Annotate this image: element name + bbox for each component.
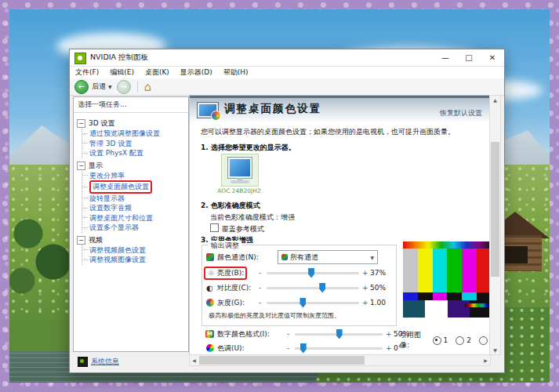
tree-item-label: 调整桌面颜色设置 <box>93 182 149 192</box>
horizontal-scroll-thumb[interactable] <box>199 356 365 365</box>
sidebar-item-multiple-displays[interactable]: 设置多个显示器 <box>82 223 187 233</box>
test-pattern-cell <box>418 292 433 300</box>
color-channel-icon <box>206 253 214 261</box>
system-info-link[interactable]: 系统信息 <box>91 357 119 367</box>
test-pattern-strips <box>403 292 491 300</box>
sidebar-item-video-color[interactable]: 调整视频颜色设置 <box>82 245 187 256</box>
menu-edit[interactable]: 编辑(E) <box>104 67 140 78</box>
test-pattern-cell <box>403 292 418 300</box>
reference-radio-1[interactable] <box>433 336 441 345</box>
content-pane: 调整桌面颜色设置 恢复默认设置 您可以调整显示器的桌面颜色设置；如果您使用的是电… <box>189 95 491 355</box>
brightness-slider[interactable] <box>267 272 359 274</box>
gamma-icon <box>206 299 214 307</box>
scroll-right-icon[interactable]: ▶ <box>481 355 490 365</box>
sidebar-item-physx[interactable]: 设置 PhysX 配置 <box>82 148 187 158</box>
tree-item-label: 调整桌面尺寸和位置 <box>89 213 153 223</box>
forward-arrow-icon: → <box>120 81 126 93</box>
vibrance-label: 数字颜色格式(I): <box>217 329 270 339</box>
color-channel-label: 颜色通道(N): <box>217 252 259 263</box>
nvidia-logo-icon <box>74 53 86 64</box>
override-row[interactable]: 覆盖参考模式 <box>210 223 264 234</box>
forward-button[interactable]: → <box>117 80 131 94</box>
reference-test-pattern <box>403 241 491 318</box>
restore-defaults-link[interactable]: 恢复默认设置 <box>440 108 482 118</box>
maximize-button[interactable]: □ <box>457 49 481 66</box>
scroll-down-icon[interactable]: ▼ <box>490 346 500 354</box>
sidebar-item-video-image[interactable]: 调整视频图像设置 <box>82 255 187 265</box>
test-pattern-cell <box>462 249 477 292</box>
collapse-icon[interactable]: − <box>77 236 85 245</box>
back-label[interactable]: 后退 <box>92 82 106 92</box>
scroll-left-icon[interactable]: ◀ <box>190 355 198 365</box>
test-pattern-rainbow <box>465 303 491 307</box>
test-pattern-cell <box>425 300 447 318</box>
task-tree: − 3D 设置 通过预览调整图像设置 管理 3D 设置 设置 PhysX 配置 … <box>74 113 188 265</box>
tree-node-3d-settings[interactable]: − 3D 设置 <box>77 118 187 129</box>
monitor-screen-icon <box>228 158 252 178</box>
reference-image-row: 引用图像: 1 2 <box>400 330 490 350</box>
reference-radio-3[interactable] <box>479 336 488 345</box>
slider-plus: + <box>362 269 368 277</box>
reference-radio-2[interactable] <box>456 336 464 345</box>
test-pattern-cell <box>462 292 477 300</box>
contrast-slider[interactable] <box>267 287 359 289</box>
override-checkbox[interactable] <box>210 223 219 232</box>
sidebar-item-manage-3d[interactable]: 管理 3D 设置 <box>82 139 187 149</box>
menu-desktop[interactable]: 桌面(K) <box>140 67 175 78</box>
sidebar-item-digital-audio[interactable]: 设置数字音频 <box>82 203 187 213</box>
sidebar-item-change-resolution[interactable]: 更改分辨率 <box>82 171 187 181</box>
test-pattern-cell <box>447 292 462 300</box>
monitor-tile[interactable] <box>221 154 259 187</box>
sidebar-item-desktop-size[interactable]: 调整桌面尺寸和位置 <box>82 213 187 223</box>
brightness-slider-thumb[interactable] <box>308 268 314 278</box>
contrast-slider-thumb[interactable] <box>319 283 325 293</box>
hue-slider[interactable] <box>295 347 383 350</box>
test-pattern-gradient <box>403 241 491 249</box>
menu-file[interactable]: 文件(F) <box>70 67 104 78</box>
vertical-scroll-thumb[interactable] <box>491 142 499 277</box>
tree-node-video[interactable]: − 视频 <box>77 235 187 245</box>
color-channel-row: 颜色通道(N): 所有通道 ▼ <box>202 251 396 263</box>
hue-row: 色调(U): - + 0° <box>202 342 398 354</box>
color-channel-dropdown[interactable]: 所有通道 ▼ <box>278 250 378 264</box>
test-pattern-cell <box>447 249 462 292</box>
step2-heading: 2. 色彩准确度模式 <box>201 201 260 211</box>
back-button[interactable]: ← <box>74 80 89 94</box>
gamma-slider-thumb[interactable] <box>299 298 306 308</box>
scroll-up-icon[interactable]: ▲ <box>490 96 500 104</box>
override-label: 覆盖参考模式 <box>222 225 264 233</box>
menu-help[interactable]: 帮助(H) <box>218 67 254 78</box>
test-pattern-cell <box>403 249 418 292</box>
vibrance-slider[interactable] <box>295 333 383 336</box>
close-button[interactable]: ✕ <box>481 49 504 66</box>
step1-heading: 1. 选择您希望更改的显示器。 <box>201 143 296 153</box>
collapse-icon[interactable]: − <box>77 119 85 128</box>
sidebar-item-rotate-display[interactable]: 旋转显示器 <box>82 194 187 204</box>
sidebar-item-adjust-desktop-color[interactable]: 调整桌面颜色设置 <box>82 180 187 194</box>
output-adjustment-group: 输出调整 颜色通道(N): 所有通道 ▼ ☼ 亮度(B): - <box>201 245 397 326</box>
slider-plus: + <box>386 344 392 352</box>
monitor-base <box>230 180 249 183</box>
test-pattern-cell <box>403 300 425 318</box>
hue-label: 色调(U): <box>217 343 245 354</box>
system-info[interactable]: 系统信息 <box>78 357 119 367</box>
hue-slider-thumb[interactable] <box>300 343 307 354</box>
gamma-slider[interactable] <box>267 302 359 304</box>
vibrance-slider-thumb[interactable] <box>336 329 343 339</box>
menu-display[interactable]: 显示器(D) <box>175 67 218 78</box>
sidebar-item-preview-image[interactable]: 通过预览调整图像设置 <box>82 129 187 139</box>
horizontal-scrollbar[interactable]: ◀ ▶ <box>189 354 491 366</box>
display-color-icon <box>197 102 219 118</box>
nvidia-control-panel-window: NVIDIA 控制面板 — □ ✕ 文件(F) 编辑(E) 桌面(K) 显示器(… <box>69 49 505 373</box>
tree-node-display[interactable]: − 显示 <box>77 161 187 171</box>
bushes <box>9 205 72 299</box>
brightness-value: 37% <box>370 269 386 277</box>
back-dropdown-icon[interactable]: ▼ <box>108 84 112 89</box>
vertical-scrollbar[interactable]: ▲ ▼ <box>489 95 501 355</box>
minimize-button[interactable]: — <box>434 49 457 66</box>
current-mode-text: 当前色彩准确度模式：增强 <box>210 212 295 223</box>
title-bar[interactable]: NVIDIA 控制面板 — □ ✕ <box>70 49 504 67</box>
slider-plus: + <box>362 284 368 292</box>
collapse-icon[interactable]: − <box>77 162 85 170</box>
home-icon[interactable]: ⌂ <box>144 82 152 93</box>
